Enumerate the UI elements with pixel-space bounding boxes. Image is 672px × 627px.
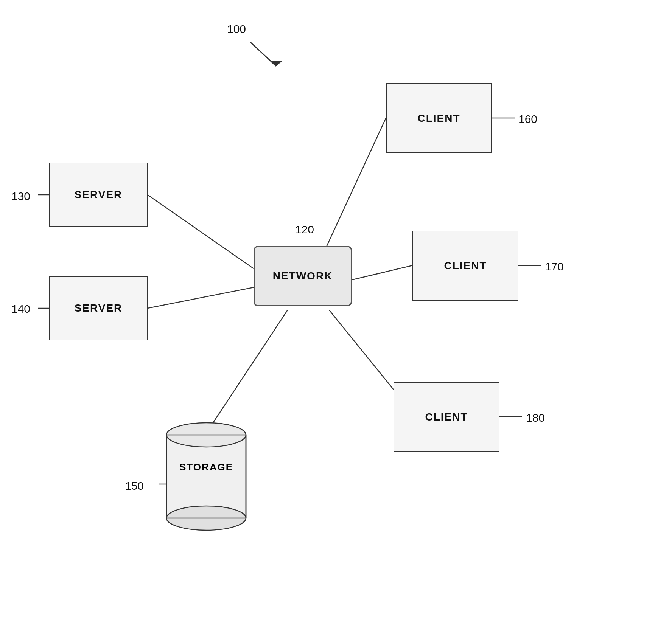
client180-label: CLIENT [425,411,468,423]
network-node: NETWORK [254,246,352,306]
network-label: NETWORK [273,270,333,282]
client180-node: CLIENT [394,382,499,452]
label-120: 120 [295,223,314,236]
diagram-reference-100: 100 [227,23,246,36]
storage-label: STORAGE [163,461,250,473]
svg-line-7 [210,310,288,427]
label-160: 160 [518,113,537,126]
label-150: 150 [125,480,144,492]
svg-line-5 [352,265,412,280]
diagram-container: 100 NETWORK 120 SERVER 130 SERVER 140 CL… [0,0,672,627]
svg-marker-1 [271,61,282,66]
label-170: 170 [545,260,564,273]
client160-node: CLIENT [386,83,492,153]
client170-label: CLIENT [444,260,487,272]
label-130: 130 [11,190,30,203]
svg-line-0 [250,42,276,66]
label-140: 140 [11,303,30,315]
svg-line-4 [322,118,386,257]
svg-line-2 [148,195,254,268]
client160-label: CLIENT [417,112,460,124]
server2-node: SERVER [49,276,148,340]
client170-node: CLIENT [412,231,518,301]
storage-cylinder [163,416,250,533]
server1-label: SERVER [75,189,123,201]
svg-line-3 [148,287,254,308]
svg-line-6 [329,310,394,390]
server2-label: SERVER [75,302,123,314]
label-180: 180 [526,411,545,424]
server1-node: SERVER [49,163,148,227]
